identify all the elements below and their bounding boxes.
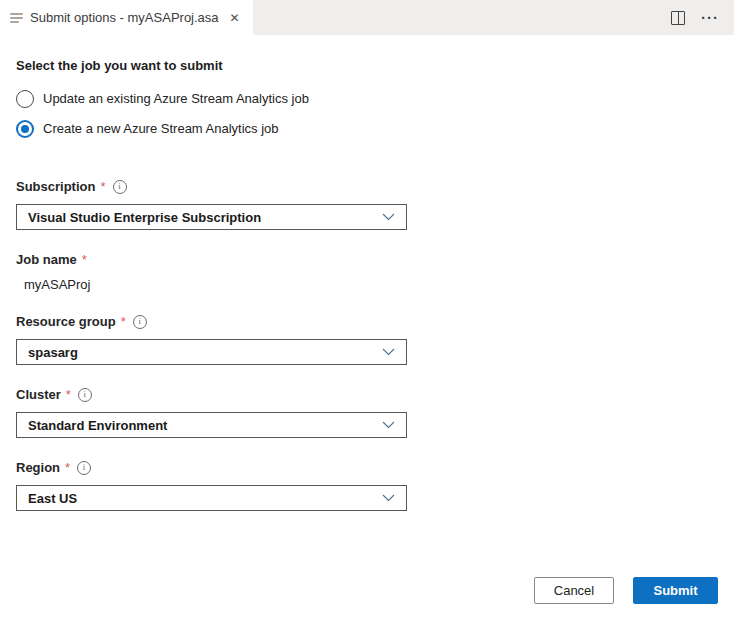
submit-options-form: Select the job you want to submit Update…	[0, 35, 734, 511]
radio-label-update-existing: Update an existing Azure Stream Analytic…	[43, 91, 309, 106]
more-actions-icon[interactable]: ···	[701, 10, 719, 25]
field-label-row: Subscription * i	[16, 179, 718, 194]
field-resource-group: Resource group * i spasarg	[16, 314, 718, 365]
footer-actions: Cancel Submit	[534, 577, 718, 604]
tab-submit-options[interactable]: Submit options - myASAProj.asaql ✕	[0, 0, 253, 35]
info-icon[interactable]: i	[113, 180, 127, 194]
field-job-name: Job name * myASAProj	[16, 252, 718, 292]
radio-circle[interactable]	[16, 120, 34, 138]
editor-tab-bar: Submit options - myASAProj.asaql ✕ ···	[0, 0, 734, 35]
cancel-button[interactable]: Cancel	[534, 577, 614, 604]
chevron-down-icon	[382, 213, 395, 221]
field-label: Cluster	[16, 387, 61, 402]
field-label: Resource group	[16, 314, 116, 329]
field-label-row: Region * i	[16, 460, 718, 475]
field-label-row: Resource group * i	[16, 314, 718, 329]
required-asterisk: *	[82, 252, 87, 267]
chevron-down-icon	[382, 348, 395, 356]
radio[interactable]: Update an existing Azure Stream Analytic…	[16, 88, 718, 109]
submit-button[interactable]: Submit	[633, 577, 718, 604]
dropdown-value: Standard Environment	[28, 418, 167, 433]
cluster-dropdown[interactable]: Standard Environment	[16, 412, 407, 438]
dropdown-value: spasarg	[28, 345, 78, 360]
field-label: Subscription	[16, 179, 95, 194]
radio[interactable]: Create a new Azure Stream Analytics job	[16, 118, 718, 139]
field-label: Job name	[16, 252, 77, 267]
info-icon[interactable]: i	[78, 388, 92, 402]
region-dropdown[interactable]: East US	[16, 485, 407, 511]
radio-label-create-new: Create a new Azure Stream Analytics job	[43, 121, 279, 136]
tab-title: Submit options - myASAProj.asaql	[30, 10, 219, 25]
required-asterisk: *	[65, 460, 70, 475]
chevron-down-icon	[382, 421, 395, 429]
subscription-dropdown[interactable]: Visual Studio Enterprise Subscription	[16, 204, 407, 230]
field-subscription: Subscription * i Visual Studio Enterpris…	[16, 179, 718, 230]
tabbar-actions: ···	[671, 0, 734, 35]
job-name-value: myASAProj	[16, 277, 718, 292]
chevron-down-icon	[382, 494, 395, 502]
required-asterisk: *	[66, 387, 71, 402]
resource-group-dropdown[interactable]: spasarg	[16, 339, 407, 365]
field-label-row: Cluster * i	[16, 387, 718, 402]
field-label: Region	[16, 460, 60, 475]
info-icon[interactable]: i	[77, 461, 91, 475]
radio-circle[interactable]	[16, 90, 34, 108]
required-asterisk: *	[100, 179, 105, 194]
split-editor-icon[interactable]	[671, 11, 685, 25]
settings-list-icon	[10, 13, 23, 23]
close-icon[interactable]: ✕	[226, 9, 243, 27]
required-asterisk: *	[121, 314, 126, 329]
field-label-row: Job name *	[16, 252, 718, 267]
form-heading: Select the job you want to submit	[16, 58, 718, 73]
dropdown-value: East US	[28, 491, 77, 506]
field-cluster: Cluster * i Standard Environment	[16, 387, 718, 438]
dropdown-value: Visual Studio Enterprise Subscription	[28, 210, 261, 225]
info-icon[interactable]: i	[133, 315, 147, 329]
field-region: Region * i East US	[16, 460, 718, 511]
